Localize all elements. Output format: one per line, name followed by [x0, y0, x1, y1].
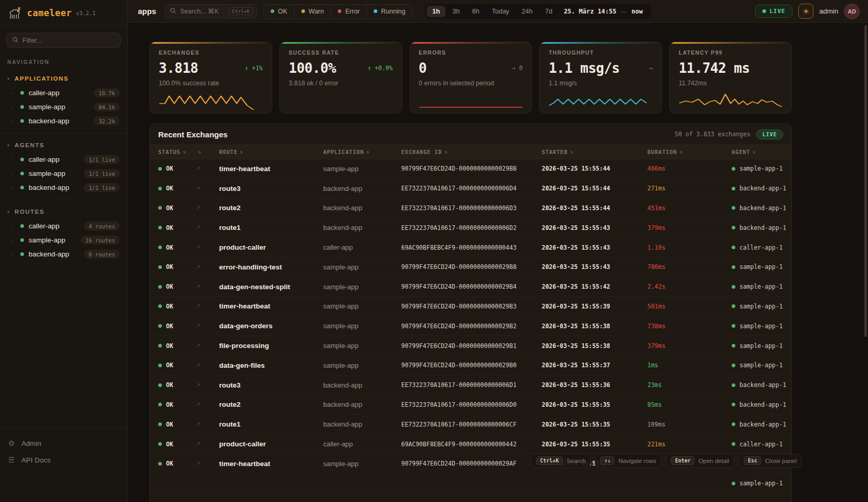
- table-column-header[interactable]: AGENT ⇅: [732, 149, 792, 155]
- status-filter-button[interactable]: Running: [367, 5, 412, 18]
- table-row[interactable]: OK ↗ file-processing sample-app 90799F47…: [150, 336, 792, 356]
- open-exchange-icon[interactable]: ↗: [196, 401, 219, 408]
- table-column-header[interactable]: EXCHANGE ID ⇅: [401, 149, 542, 155]
- table-row[interactable]: OK ↗ route2 backend-app EE7322370A10617-…: [150, 199, 792, 218]
- open-exchange-icon[interactable]: ↗: [196, 185, 219, 192]
- sidebar-item[interactable]: › sample-app 16 routes: [0, 233, 127, 247]
- table-column-header[interactable]: STATUS ⇅: [150, 149, 196, 155]
- table-column-header[interactable]: DURATION ⇅: [647, 149, 732, 155]
- row-status-dot-icon: [158, 304, 162, 308]
- table-row[interactable]: OK ↗ product-caller caller-app 69AC90BF8…: [150, 238, 792, 258]
- sidebar-spacer: [0, 266, 127, 428]
- open-exchange-icon[interactable]: ↗: [196, 441, 219, 447]
- row-status-dot-icon: [158, 364, 162, 367]
- table-row[interactable]: OK ↗ timer-heartbeat sample-app 90799F47…: [150, 159, 792, 179]
- row-agent: sample-app-1: [739, 165, 783, 172]
- open-exchange-icon[interactable]: ↗: [196, 342, 219, 349]
- time-range-button[interactable]: Today: [486, 6, 515, 17]
- sidebar-footer-item[interactable]: ☰ API Docs: [7, 452, 120, 468]
- table-row[interactable]: OK ↗ error-handling-test sample-app 9079…: [150, 258, 792, 277]
- row-route: route2: [219, 401, 323, 408]
- hint-key: ↑↓: [600, 456, 615, 465]
- time-range-button[interactable]: 7d: [539, 6, 558, 17]
- row-status-dot-icon: [158, 422, 162, 426]
- time-range-button[interactable]: 3h: [446, 6, 465, 17]
- vertical-scrollbar[interactable]: [864, 25, 867, 337]
- open-exchange-icon[interactable]: ↗: [196, 382, 219, 389]
- table-row[interactable]: OK ↗ data-gen-nested-split sample-app 90…: [150, 277, 792, 297]
- sidebar-item-label: caller-app: [29, 156, 59, 163]
- open-exchange-icon[interactable]: ↗: [196, 284, 219, 290]
- sidebar-footer-item[interactable]: ⚙ Admin: [7, 435, 120, 452]
- sidebar-item[interactable]: › caller-app 10.7k: [0, 86, 127, 100]
- sidebar-section-header[interactable]: ▾ AGENTS: [0, 140, 127, 152]
- search-placeholder: Search... ⌘K: [180, 7, 225, 15]
- stat-card-delta: → 0: [512, 65, 523, 72]
- table-row[interactable]: OK ↗ data-gen-orders sample-app 90799F47…: [150, 316, 792, 336]
- open-exchange-icon[interactable]: ↗: [196, 323, 219, 329]
- open-exchange-icon[interactable]: ↗: [196, 204, 219, 211]
- status-filter-button[interactable]: Warn: [295, 5, 331, 18]
- table-row[interactable]: OK ↗ product-caller caller-app 69AC90BF8…: [150, 434, 792, 454]
- column-label: EXCHANGE ID: [401, 149, 442, 155]
- sidebar-item[interactable]: › caller-app 1/1 live: [0, 152, 127, 166]
- open-exchange-icon[interactable]: ↗: [196, 421, 219, 428]
- row-started: 2026-03-25 15:55:37: [542, 362, 647, 369]
- table-row[interactable]: OK ↗ route1 backend-app EE7322370A10617-…: [150, 218, 792, 238]
- sidebar-item[interactable]: › backend-app 1/1 live: [0, 181, 127, 195]
- open-exchange-icon[interactable]: ↗: [196, 460, 219, 467]
- table-row[interactable]: OK ↗ route3 backend-app EE7322370A10617-…: [150, 179, 792, 199]
- filter-label: Warn: [309, 8, 324, 15]
- sidebar-item[interactable]: › caller-app 4 routes: [0, 219, 127, 233]
- sidebar-section-header[interactable]: ▾ ROUTES: [0, 207, 127, 219]
- table-row[interactable]: ↗ sample-app-1: [150, 474, 792, 494]
- sort-icon: ⇅: [680, 149, 683, 155]
- stat-cards: EXCHANGES 3.818 ↑ +1% 100.0% success rat…: [149, 42, 792, 113]
- table-row[interactable]: OK ↗ route2 backend-app EE7322370A10617-…: [150, 395, 792, 415]
- column-label: APPLICATION: [323, 149, 364, 155]
- global-search-input[interactable]: Search... ⌘K Ctrl+K: [164, 4, 257, 18]
- sidebar-section-header[interactable]: ▾ APPLICATIONS: [0, 73, 127, 86]
- hint-key: Esc: [744, 456, 761, 465]
- open-exchange-icon[interactable]: ↗: [196, 244, 219, 251]
- status-dot-icon: [20, 119, 24, 123]
- time-range-button[interactable]: 6h: [466, 6, 485, 17]
- row-status: OK: [166, 460, 173, 467]
- open-exchange-icon[interactable]: ↗: [196, 264, 219, 271]
- row-application: backend-app: [323, 185, 401, 192]
- row-application: sample-app: [323, 460, 401, 468]
- time-range-button[interactable]: 1h: [427, 6, 446, 17]
- table-column-header[interactable]: ROUTE ⇅: [219, 149, 323, 155]
- row-route: timer-heartbeat: [219, 302, 323, 310]
- avatar[interactable]: AD: [844, 4, 860, 19]
- open-exchange-icon[interactable]: ↗: [196, 362, 219, 369]
- sidebar-filter-input[interactable]: [22, 37, 115, 44]
- theme-toggle-button[interactable]: ☀: [798, 4, 813, 19]
- table-row[interactable]: OK ↗ timer-heartbeat sample-app 90799F47…: [150, 297, 792, 317]
- table-column-header[interactable]: APPLICATION ⇅: [323, 149, 401, 155]
- filter-dot-icon: [301, 9, 305, 13]
- gear-icon: ⚙: [7, 439, 16, 447]
- table-row[interactable]: OK ↗ route3 backend-app EE7322370A10617-…: [150, 376, 792, 395]
- sidebar-item[interactable]: › backend-app 32.2k: [0, 114, 127, 128]
- row-route: route1: [219, 224, 323, 231]
- live-toggle[interactable]: LIVE: [755, 5, 793, 18]
- status-dot-icon: [20, 172, 24, 175]
- table-column-header[interactable]: STARTED ⇅: [542, 149, 647, 155]
- table-row[interactable]: OK ↗ route1 backend-app EE7322370A10617-…: [150, 415, 792, 434]
- row-agent: sample-app-1: [739, 303, 783, 310]
- sidebar-item[interactable]: › sample-app 1/1 live: [0, 166, 127, 181]
- sidebar-item[interactable]: › backend-app 6 routes: [0, 247, 127, 261]
- status-filter-button[interactable]: OK: [264, 5, 295, 18]
- sidebar-item[interactable]: › sample-app 84.1k: [0, 100, 127, 114]
- open-exchange-icon[interactable]: ↗: [196, 224, 219, 231]
- sidebar-filter[interactable]: [6, 33, 121, 48]
- open-exchange-icon[interactable]: ↗: [196, 303, 219, 310]
- open-exchange-icon[interactable]: ↗: [196, 165, 219, 172]
- time-range-button[interactable]: 24h: [516, 6, 539, 17]
- status-filter-button[interactable]: Error: [331, 5, 367, 18]
- table-column-header[interactable]: ⇅: [196, 149, 219, 155]
- card-accent-bar: [670, 42, 792, 44]
- stat-card: ERRORS 0 → 0 0 errors in selected period: [410, 42, 532, 113]
- table-row[interactable]: OK ↗ data-gen-files sample-app 90799F47E…: [150, 356, 792, 376]
